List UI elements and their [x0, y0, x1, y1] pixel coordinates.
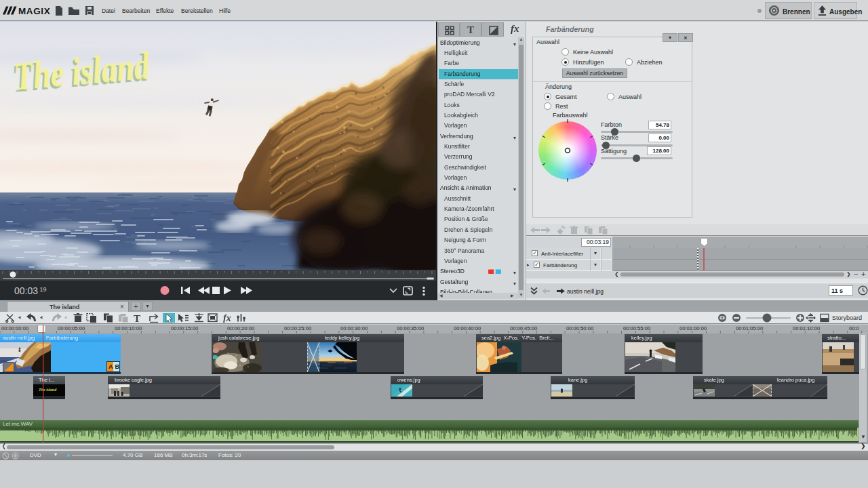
svg-text:T: T: [134, 313, 140, 323]
svg-text:MAGIX: MAGIX: [18, 6, 50, 16]
svg-text:fx: fx: [223, 313, 231, 323]
